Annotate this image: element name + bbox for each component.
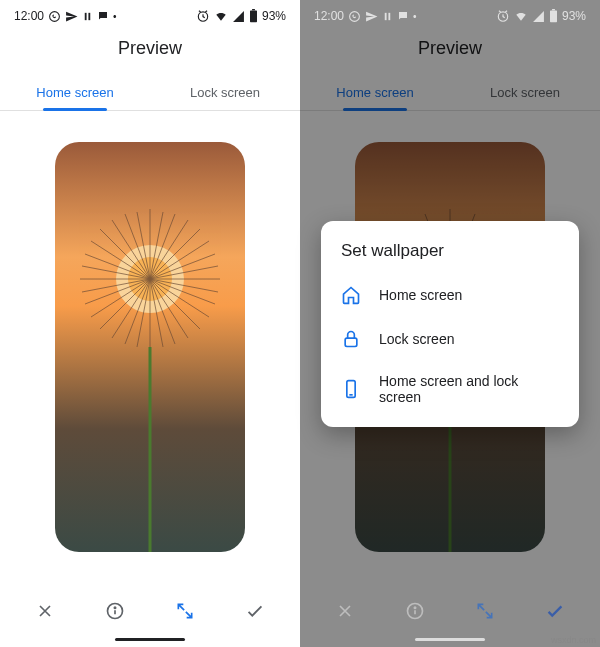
set-wallpaper-dialog: Set wallpaper Home screen Lock screen Ho… bbox=[321, 221, 579, 427]
send-icon bbox=[365, 10, 378, 23]
phone-icon bbox=[341, 379, 361, 399]
close-icon bbox=[335, 601, 355, 621]
info-icon bbox=[105, 601, 125, 621]
battery-percent: 93% bbox=[262, 9, 286, 23]
info-icon bbox=[405, 601, 425, 621]
fullscreen-button[interactable] bbox=[165, 591, 205, 631]
status-time: 12:00 bbox=[14, 9, 44, 23]
close-button[interactable] bbox=[325, 591, 365, 631]
confirm-button[interactable] bbox=[235, 591, 275, 631]
svg-point-69 bbox=[414, 607, 415, 608]
status-right: 93% bbox=[496, 9, 586, 23]
battery-icon bbox=[549, 9, 558, 23]
dialog-option-home[interactable]: Home screen bbox=[321, 273, 579, 317]
bottom-toolbar bbox=[300, 582, 600, 634]
svg-point-43 bbox=[350, 11, 360, 21]
info-button[interactable] bbox=[95, 591, 135, 631]
dialog-title: Set wallpaper bbox=[321, 241, 579, 273]
watermark: wsxdn.com bbox=[551, 635, 596, 645]
dialog-option-lock[interactable]: Lock screen bbox=[321, 317, 579, 361]
send-icon bbox=[65, 10, 78, 23]
info-button[interactable] bbox=[395, 591, 435, 631]
dialog-option-both[interactable]: Home screen and lock screen bbox=[321, 361, 579, 417]
tab-home-screen[interactable]: Home screen bbox=[300, 73, 450, 110]
battery-percent: 93% bbox=[562, 9, 586, 23]
page-title: Preview bbox=[0, 28, 300, 73]
fullscreen-icon bbox=[175, 601, 195, 621]
svg-rect-45 bbox=[388, 12, 390, 19]
status-right: 93% bbox=[196, 9, 286, 23]
status-left: 12:00 • bbox=[14, 9, 117, 23]
dot-icon: • bbox=[413, 11, 417, 22]
status-bar: 12:00 • 93% bbox=[300, 0, 600, 28]
fullscreen-button[interactable] bbox=[465, 591, 505, 631]
wifi-icon bbox=[214, 9, 228, 23]
tabs: Home screen Lock screen bbox=[300, 73, 600, 111]
dialog-option-label: Home screen and lock screen bbox=[379, 373, 559, 405]
tab-lock-screen[interactable]: Lock screen bbox=[150, 73, 300, 110]
wallpaper-preview-right: 12:00 • 93% Preview Home screen Lock scr… bbox=[300, 0, 600, 647]
message-icon bbox=[97, 10, 109, 22]
whatsapp-icon bbox=[348, 10, 361, 23]
check-icon bbox=[544, 600, 566, 622]
pause-icon bbox=[382, 11, 393, 22]
tab-lock-screen[interactable]: Lock screen bbox=[450, 73, 600, 110]
status-left: 12:00 • bbox=[314, 9, 417, 23]
lock-icon bbox=[341, 329, 361, 349]
tab-home-screen[interactable]: Home screen bbox=[0, 73, 150, 110]
bottom-toolbar bbox=[0, 582, 300, 634]
signal-icon bbox=[532, 10, 545, 23]
message-icon bbox=[397, 10, 409, 22]
preview-area bbox=[0, 111, 300, 582]
nav-handle[interactable] bbox=[115, 638, 185, 641]
fullscreen-icon bbox=[475, 601, 495, 621]
check-icon bbox=[244, 600, 266, 622]
status-bar: 12:00 • 93% bbox=[0, 0, 300, 28]
alarm-icon bbox=[196, 9, 210, 23]
nav-handle[interactable] bbox=[415, 638, 485, 641]
svg-rect-44 bbox=[385, 12, 387, 19]
svg-rect-4 bbox=[250, 10, 257, 22]
wallpaper-preview-image[interactable] bbox=[55, 142, 245, 552]
svg-rect-1 bbox=[85, 12, 87, 19]
wifi-icon bbox=[514, 9, 528, 23]
svg-point-42 bbox=[114, 607, 115, 608]
pause-icon bbox=[82, 11, 93, 22]
wallpaper-preview-left: 12:00 • 93% Preview Home screen Lock scr… bbox=[0, 0, 300, 647]
svg-rect-2 bbox=[88, 12, 90, 19]
dialog-option-label: Home screen bbox=[379, 287, 462, 303]
svg-rect-70 bbox=[345, 338, 357, 346]
signal-icon bbox=[232, 10, 245, 23]
svg-rect-47 bbox=[550, 10, 557, 22]
whatsapp-icon bbox=[48, 10, 61, 23]
close-icon bbox=[35, 601, 55, 621]
stem bbox=[149, 347, 152, 552]
confirm-button[interactable] bbox=[535, 591, 575, 631]
page-title: Preview bbox=[300, 28, 600, 73]
alarm-icon bbox=[496, 9, 510, 23]
dialog-option-label: Lock screen bbox=[379, 331, 454, 347]
home-icon bbox=[341, 285, 361, 305]
tabs: Home screen Lock screen bbox=[0, 73, 300, 111]
dandelion-image bbox=[75, 204, 225, 354]
close-button[interactable] bbox=[25, 591, 65, 631]
svg-point-0 bbox=[50, 11, 60, 21]
status-time: 12:00 bbox=[314, 9, 344, 23]
battery-icon bbox=[249, 9, 258, 23]
dot-icon: • bbox=[113, 11, 117, 22]
svg-rect-5 bbox=[252, 9, 255, 10]
svg-rect-48 bbox=[552, 9, 555, 10]
